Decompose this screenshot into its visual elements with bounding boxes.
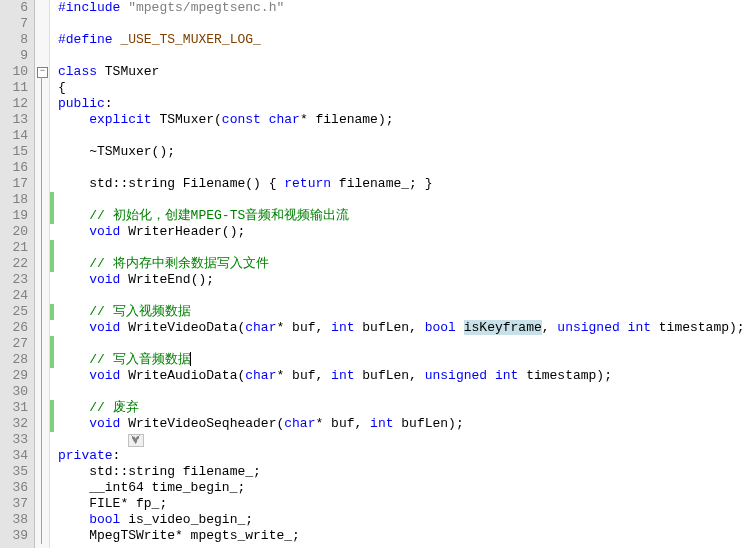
token: const: [222, 112, 269, 127]
code-line[interactable]: public:: [58, 96, 753, 112]
token: unsigned: [425, 368, 495, 383]
token: std::string filename_;: [58, 464, 261, 479]
token: void: [89, 320, 128, 335]
code-editor[interactable]: 6789101112131415161718192021222324252627…: [0, 0, 753, 548]
code-line[interactable]: ⮟: [58, 432, 753, 448]
code-line[interactable]: // 初始化，创建MPEG-TS音频和视频输出流: [58, 208, 753, 224]
token: void: [89, 224, 128, 239]
token: // 写入视频数据: [89, 304, 190, 319]
line-number: 10: [0, 64, 28, 80]
code-line[interactable]: ~TSMuxer();: [58, 144, 753, 160]
code-line[interactable]: void WriteVideoSeqheader(char* buf, int …: [58, 416, 753, 432]
line-number: 26: [0, 320, 28, 336]
line-number: 23: [0, 272, 28, 288]
token: bool: [89, 512, 120, 527]
token: char: [269, 112, 300, 127]
code-line[interactable]: [58, 384, 753, 400]
token: _USE_TS_MUXER_LOG_: [120, 32, 260, 47]
code-area[interactable]: #include "mpegts/mpegtsenc.h"#define _US…: [54, 0, 753, 548]
code-line[interactable]: [58, 240, 753, 256]
token: [58, 416, 89, 431]
fold-toggle-icon[interactable]: −: [37, 67, 48, 78]
code-line[interactable]: {: [58, 80, 753, 96]
code-line[interactable]: [58, 336, 753, 352]
line-number: 24: [0, 288, 28, 304]
token: std::string Filename() {: [58, 176, 284, 191]
token: int: [331, 320, 354, 335]
code-line[interactable]: [58, 288, 753, 304]
token: * buf,: [276, 320, 331, 335]
code-line[interactable]: #include "mpegts/mpegtsenc.h": [58, 0, 753, 16]
code-line[interactable]: void WriteVideoData(char* buf, int bufLe…: [58, 320, 753, 336]
token: [58, 512, 89, 527]
code-line[interactable]: FILE* fp_;: [58, 496, 753, 512]
token: int: [628, 320, 651, 335]
token: [58, 256, 89, 271]
token: bool: [425, 320, 464, 335]
code-line[interactable]: [58, 128, 753, 144]
code-line[interactable]: [58, 16, 753, 32]
code-line[interactable]: [58, 160, 753, 176]
token: #define: [58, 32, 120, 47]
token: public: [58, 96, 105, 111]
code-line[interactable]: MpegTSWrite* mpegts_write_;: [58, 528, 753, 544]
line-number: 21: [0, 240, 28, 256]
token: timestamp);: [651, 320, 745, 335]
token: {: [58, 80, 66, 95]
token: [58, 352, 89, 367]
line-number: 17: [0, 176, 28, 192]
code-line[interactable]: void WriterHeader();: [58, 224, 753, 240]
code-line[interactable]: [58, 48, 753, 64]
line-number: 25: [0, 304, 28, 320]
line-number: 6: [0, 0, 28, 16]
token: void: [89, 368, 128, 383]
code-line[interactable]: // 废弃: [58, 400, 753, 416]
code-line[interactable]: // 写入视频数据: [58, 304, 753, 320]
token: WriteAudioData(: [128, 368, 245, 383]
code-line[interactable]: bool is_video_begin_;: [58, 512, 753, 528]
code-line[interactable]: void WriteEnd();: [58, 272, 753, 288]
token: [58, 112, 89, 127]
line-number: 13: [0, 112, 28, 128]
token: unsigned: [557, 320, 627, 335]
code-line[interactable]: std::string Filename() { return filename…: [58, 176, 753, 192]
line-number: 35: [0, 464, 28, 480]
code-line[interactable]: class TSMuxer: [58, 64, 753, 80]
token: int: [495, 368, 518, 383]
token: [58, 224, 89, 239]
line-number: 38: [0, 512, 28, 528]
line-number: 32: [0, 416, 28, 432]
code-line[interactable]: private:: [58, 448, 753, 464]
change-mark: [50, 416, 54, 432]
line-number: 18: [0, 192, 28, 208]
line-number-gutter: 6789101112131415161718192021222324252627…: [0, 0, 35, 548]
token: void: [89, 416, 128, 431]
code-line[interactable]: [58, 192, 753, 208]
token: * buf,: [276, 368, 331, 383]
code-line[interactable]: #define _USE_TS_MUXER_LOG_: [58, 32, 753, 48]
token: // 将内存中剩余数据写入文件: [89, 256, 268, 271]
token: TSMuxer(: [159, 112, 221, 127]
code-line[interactable]: void WriteAudioData(char* buf, int bufLe…: [58, 368, 753, 384]
fold-guideline: [41, 77, 42, 544]
token: :: [113, 448, 121, 463]
line-number: 19: [0, 208, 28, 224]
token: MpegTSWrite* mpegts_write_;: [58, 528, 300, 543]
token: class: [58, 64, 105, 79]
code-line[interactable]: __int64 time_begin_;: [58, 480, 753, 496]
line-number: 27: [0, 336, 28, 352]
line-number: 14: [0, 128, 28, 144]
code-line[interactable]: // 写入音频数据: [58, 352, 753, 368]
change-mark: [50, 256, 54, 272]
code-line[interactable]: std::string filename_;: [58, 464, 753, 480]
line-number: 9: [0, 48, 28, 64]
code-line[interactable]: // 将内存中剩余数据写入文件: [58, 256, 753, 272]
token: TSMuxer: [105, 64, 160, 79]
fold-margin[interactable]: −: [35, 0, 50, 548]
token: [58, 304, 89, 319]
token: ~TSMuxer();: [58, 144, 175, 159]
expand-hint-icon[interactable]: ⮟: [128, 434, 144, 447]
code-line[interactable]: explicit TSMuxer(const char* filename);: [58, 112, 753, 128]
token: // 初始化，创建MPEG-TS音频和视频输出流: [89, 208, 349, 223]
token: [58, 368, 89, 383]
